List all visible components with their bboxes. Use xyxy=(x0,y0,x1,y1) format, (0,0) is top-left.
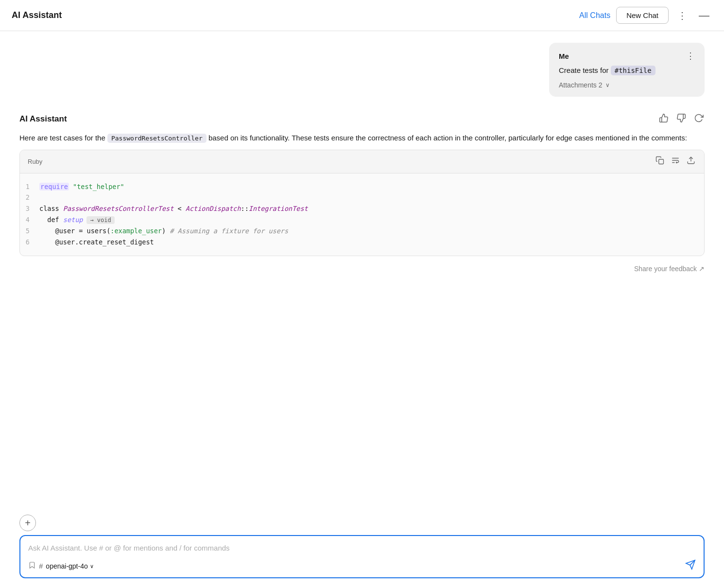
input-footer: # openai-gpt-4o ∨ xyxy=(28,559,696,572)
ai-text-part2: based on its functionality. These tests … xyxy=(207,134,687,142)
ai-message-header: AI Assistant xyxy=(19,112,705,126)
code-line-5: 5 @user = users(:example_user) # Assumin… xyxy=(20,225,704,237)
chat-area: Me ⋮ Create tests for #thisFile Attachme… xyxy=(0,31,724,509)
input-footer-left: # openai-gpt-4o ∨ xyxy=(28,561,94,571)
ai-message-container: AI Assistant xyxy=(19,112,705,273)
all-chats-button[interactable]: All Chats xyxy=(579,11,610,20)
attachments-row[interactable]: Attachments 2 ∨ xyxy=(559,81,695,89)
ai-actions xyxy=(658,112,705,126)
user-message-text: Create tests for #thisFile xyxy=(559,65,695,76)
insert-code-button[interactable] xyxy=(686,155,696,168)
input-placeholder: Ask AI Assistant. Use # or @ for mention… xyxy=(28,543,696,554)
feedback-row: Share your feedback ↗ xyxy=(19,262,705,273)
model-selector[interactable]: openai-gpt-4o ∨ xyxy=(46,562,93,570)
ai-message-text: Here are test cases for the PasswordRese… xyxy=(19,132,705,144)
refresh-button[interactable] xyxy=(693,112,705,126)
header-actions: All Chats New Chat ⋮ — xyxy=(579,7,712,24)
code-line-4: 4 def setup→ void xyxy=(20,214,704,225)
code-line-2: 2 xyxy=(20,192,704,203)
code-content: 1 require "test_helper" 2 3 class Passwo… xyxy=(20,173,704,256)
code-line-1: 1 require "test_helper" xyxy=(20,181,704,192)
svg-rect-0 xyxy=(659,159,664,164)
app-header: AI Assistant All Chats New Chat ⋮ — xyxy=(0,0,724,31)
add-attachment-button[interactable]: + xyxy=(19,515,36,531)
more-options-button[interactable]: ⋮ xyxy=(674,8,690,23)
chevron-down-icon: ∨ xyxy=(605,82,610,88)
code-language-label: Ruby xyxy=(28,158,42,165)
input-area: + Ask AI Assistant. Use # or @ for menti… xyxy=(0,509,724,588)
message-text-prefix: Create tests for xyxy=(559,66,611,74)
ai-text-part1: Here are test cases for the xyxy=(19,134,107,142)
minimize-button[interactable]: — xyxy=(696,7,712,24)
minimize-icon: — xyxy=(699,9,709,22)
send-button[interactable] xyxy=(685,559,696,572)
plus-icon: + xyxy=(25,518,31,529)
code-header-actions xyxy=(655,155,696,168)
thumbs-down-icon xyxy=(676,113,686,125)
model-label: openai-gpt-4o xyxy=(46,562,87,570)
attachments-label: Attachments 2 xyxy=(559,81,603,89)
model-chevron-icon: ∨ xyxy=(90,563,94,570)
bookmark-icon xyxy=(28,561,36,571)
new-chat-button[interactable]: New Chat xyxy=(616,7,669,24)
code-line-3: 3 class PasswordResetsControllerTest < A… xyxy=(20,203,704,214)
refresh-icon xyxy=(694,113,704,125)
bubble-menu-icon[interactable]: ⋮ xyxy=(686,51,695,61)
code-line-6: 6 @user.create_reset_digest xyxy=(20,237,704,248)
more-options-icon: ⋮ xyxy=(677,10,687,21)
feedback-link[interactable]: Share your feedback ↗ xyxy=(634,265,705,273)
user-message-bubble: Me ⋮ Create tests for #thisFile Attachme… xyxy=(549,43,705,97)
hash-icon: # xyxy=(39,562,43,570)
this-file-ref: #thisFile xyxy=(611,66,655,75)
app-title: AI Assistant xyxy=(12,10,62,20)
thumbs-down-button[interactable] xyxy=(675,112,687,126)
add-btn-row: + xyxy=(19,515,705,531)
bubble-header: Me ⋮ xyxy=(559,51,695,61)
thumbs-up-icon xyxy=(659,113,669,125)
user-message-container: Me ⋮ Create tests for #thisFile Attachme… xyxy=(19,43,705,97)
ai-sender-label: AI Assistant xyxy=(19,114,67,124)
copy-code-button[interactable] xyxy=(655,155,665,168)
thumbs-up-button[interactable] xyxy=(658,112,670,126)
user-sender-label: Me xyxy=(559,52,569,60)
controller-ref: PasswordResetsController xyxy=(107,134,207,143)
code-block-header: Ruby xyxy=(20,150,704,173)
input-box[interactable]: Ask AI Assistant. Use # or @ for mention… xyxy=(19,535,705,578)
send-icon xyxy=(685,559,696,572)
code-block: Ruby 1 require "test_help xyxy=(19,150,705,257)
wrap-code-button[interactable] xyxy=(670,155,681,168)
